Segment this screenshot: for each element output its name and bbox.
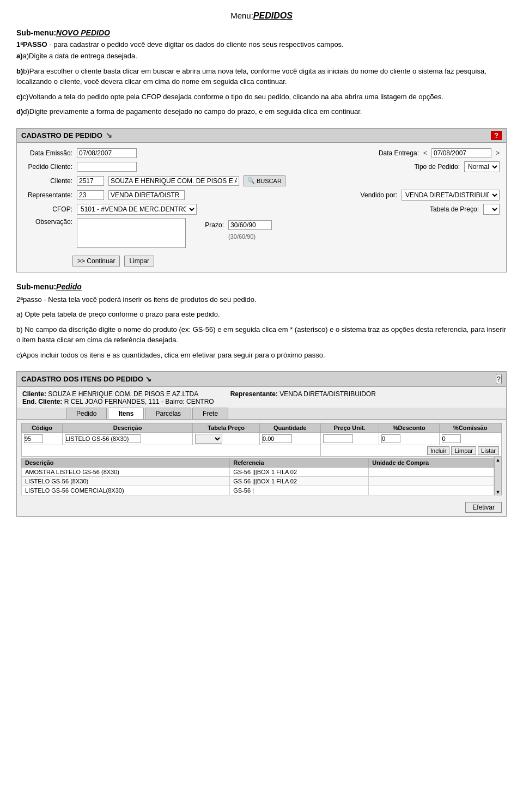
step-a-2: a) Opte pela tabela de preço conforme o … xyxy=(16,309,507,320)
form1-arrow-icon: ↘ xyxy=(106,131,112,140)
end-label: End. Cliente: xyxy=(22,398,62,405)
result-row[interactable]: LISTELO GS-56 COMERCIAL(8X30) GS-56 | xyxy=(22,486,494,495)
prazo-row: Prazo: xyxy=(197,220,500,230)
listar-button[interactable]: Listar xyxy=(478,446,499,455)
actions-spacer xyxy=(22,445,321,457)
tabela-preco-select[interactable] xyxy=(483,204,500,215)
client-info-left: Cliente: SOUZA E HENRIQUE COM. DE PISOS … xyxy=(22,390,214,405)
client-label: Cliente: xyxy=(22,390,46,398)
continuar-button[interactable]: >> Continuar xyxy=(72,256,120,266)
cell-desconto xyxy=(379,433,439,445)
step-d-1: d)d)Digite previamente a forma de pagame… xyxy=(16,106,507,117)
incluir-button[interactable]: Incluir xyxy=(427,446,449,455)
date-nav-next-icon[interactable]: > xyxy=(496,149,500,157)
section1: Sub-menu:NOVO PEDIDO 1ªPASSO - para cada… xyxy=(16,28,507,117)
prazo-input[interactable] xyxy=(228,220,272,230)
codigo-input[interactable] xyxy=(24,434,43,443)
items-table: Código Descrição Tabela Preço Quantidade… xyxy=(21,423,502,457)
title-main: PEDIDOS xyxy=(253,11,293,20)
limpar-button-1[interactable]: Limpar xyxy=(124,256,154,266)
form2-help-button[interactable]: ? xyxy=(496,374,502,384)
form1-row-dates: Data Emissão: Data Entrega: < > xyxy=(23,148,500,158)
obs-textarea[interactable] xyxy=(77,218,186,248)
step1-line: 1ªPASSO - para cadastrar o pedido você d… xyxy=(16,40,507,49)
form1-buttons: >> Continuar Limpar xyxy=(72,256,500,266)
preco-input[interactable] xyxy=(323,434,353,443)
title-prefix: Menu: xyxy=(230,11,253,20)
representante-name-input[interactable] xyxy=(108,190,185,200)
efetivar-row: Efetivar xyxy=(17,499,506,516)
form1-row-cliente: Cliente: 🔍 BUSCAR xyxy=(23,175,500,186)
result-cell-unidade xyxy=(369,486,494,495)
step-intro-2: 2ªpasso - Nesta tela você poderá inserir… xyxy=(16,294,507,305)
data-entrega-input[interactable] xyxy=(431,148,491,158)
result-header-row: Descrição Referencia Unidade de Compra xyxy=(22,458,494,468)
pedido-cliente-input[interactable] xyxy=(77,162,137,172)
tab-itens[interactable]: Itens xyxy=(108,408,144,419)
comissao-input[interactable] xyxy=(442,434,461,443)
client-info-right: Representante: VENDA DIRETA/DISTRIBUIDOR xyxy=(230,390,376,405)
client-value: SOUZA E HENRIQUE COM. DE PISOS E AZ.LTDA xyxy=(48,390,198,398)
cliente-code-input[interactable] xyxy=(77,176,104,186)
submenu-title-1: Sub-menu:NOVO PEDIDO xyxy=(16,28,507,37)
result-col-descricao: Descrição xyxy=(22,458,230,468)
cell-preco xyxy=(320,433,379,445)
cell-quantidade xyxy=(260,433,320,445)
descricao-input[interactable] xyxy=(65,434,141,443)
tab-frete[interactable]: Frete xyxy=(192,408,228,419)
form1-header: CADASTRO DE PEDIDO ↘ ? xyxy=(17,129,506,143)
form1-row-cfop: CFOP: 5101 - #VENDA DE MERC.DENTRO DO ES… xyxy=(23,204,500,215)
form1-header-left: CADASTRO DE PEDIDO ↘ xyxy=(21,131,112,140)
prazo-label: Prazo: xyxy=(197,221,224,229)
cliente-label: Cliente: xyxy=(23,177,72,185)
desconto-input[interactable] xyxy=(381,434,400,443)
step-c-1: c)c)Voltando a tela do pedido opte pela … xyxy=(16,92,507,102)
result-col-referencia: Referencia xyxy=(230,458,369,468)
result-cell-referencia: GS-56 |||BOX 1 FILA 02 xyxy=(230,477,369,486)
col-codigo: Código xyxy=(22,423,63,433)
pedido-cliente-label: Pedido Cliente: xyxy=(23,163,72,171)
buscar-button[interactable]: 🔍 BUSCAR xyxy=(244,175,285,186)
vendido-por-select[interactable]: VENDA DIRETA/DISTRIBUIDOR xyxy=(402,190,500,201)
tab-pedido[interactable]: Pedido xyxy=(66,408,107,419)
data-emissao-label: Data Emissão: xyxy=(23,149,72,157)
actions-cell: Incluir Limpar Listar xyxy=(320,445,502,457)
cadastro-itens-form: CADASTRO DOS ITENS DO PEDIDO ↘ ? Cliente… xyxy=(16,371,507,517)
prazo-sub: (30/60/90) xyxy=(228,233,500,240)
cfop-select[interactable]: 5101 - #VENDA DE MERC.DENTRO DO ESTAD xyxy=(77,204,197,215)
result-col-unidade: Unidade de Compra xyxy=(369,458,494,468)
tabela-select[interactable] xyxy=(195,434,222,444)
form1-row-pedido: Pedido Cliente: Tipo de Pedido: Normal xyxy=(23,161,500,172)
cliente-name-input[interactable] xyxy=(108,176,239,186)
col-desconto: %Desconto xyxy=(379,423,439,433)
vendido-por-label: Vendido por: xyxy=(354,191,397,199)
data-entrega-label: Data Entrega: xyxy=(375,149,419,157)
form2-header-left: CADASTRO DOS ITENS DO PEDIDO ↘ xyxy=(21,375,151,383)
data-emissao-input[interactable] xyxy=(77,148,137,158)
result-row[interactable]: AMOSTRA LISTELO GS-56 (8X30) GS-56 |||BO… xyxy=(22,468,494,477)
cell-tabela xyxy=(193,433,260,445)
tab-parcelas[interactable]: Parcelas xyxy=(145,408,191,419)
representante-label: Representante: xyxy=(23,191,72,199)
col-comissao: %Comissão xyxy=(439,423,501,433)
obs-label: Observação: xyxy=(23,218,72,226)
limpar-button-2[interactable]: Limpar xyxy=(451,446,476,455)
form1-row-obs-prazo: Observação: Prazo: (30/60/90) xyxy=(23,218,500,251)
table-actions-row: Incluir Limpar Listar xyxy=(22,445,502,457)
representante-code-input[interactable] xyxy=(77,190,104,200)
efetivar-button[interactable]: Efetivar xyxy=(465,502,502,513)
end-value: R CEL JOAO FERNANDES, 111 - Bairro: CENT… xyxy=(64,398,214,405)
form1-title: CADASTRO DE PEDIDO xyxy=(21,131,102,140)
items-table-header-row: Código Descrição Tabela Preço Quantidade… xyxy=(22,423,502,433)
col-descricao: Descrição xyxy=(63,423,193,433)
buscar-icon: 🔍 xyxy=(247,177,255,184)
result-scroll-wrap: Descrição Referencia Unidade de Compra A… xyxy=(21,457,502,495)
result-row[interactable]: LISTELO GS-56 (8X30) GS-56 |||BOX 1 FILA… xyxy=(22,477,494,486)
result-cell-referencia: GS-56 |||BOX 1 FILA 02 xyxy=(230,468,369,477)
date-nav-prev-icon[interactable]: < xyxy=(423,149,427,157)
vertical-scrollbar[interactable]: ▲ ▼ xyxy=(494,457,502,495)
tipo-pedido-select[interactable]: Normal xyxy=(464,161,500,172)
quantidade-input[interactable] xyxy=(262,434,292,443)
tabela-preco-label: Tabela de Preço: xyxy=(424,205,479,213)
form1-help-button[interactable]: ? xyxy=(491,131,502,140)
